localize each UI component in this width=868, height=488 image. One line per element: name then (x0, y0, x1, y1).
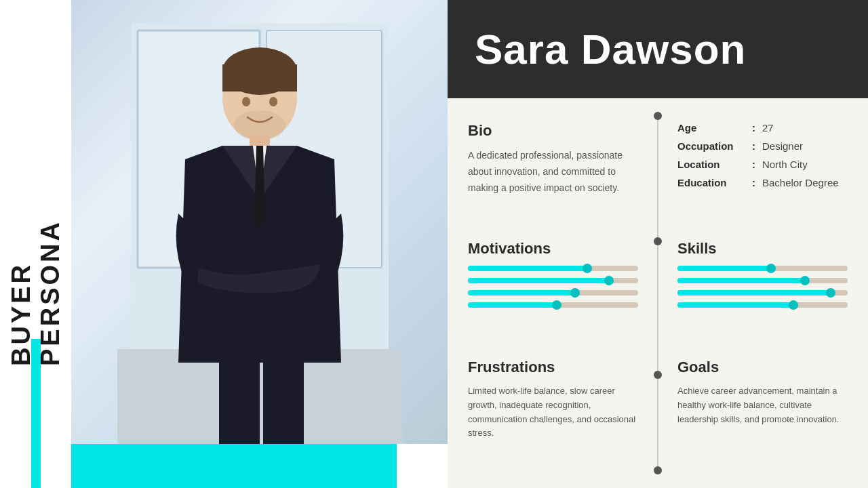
buyer-persona-label: BUYER PERSONA (7, 122, 65, 366)
age-label: Age (677, 122, 752, 134)
frustrations-title: Frustrations (468, 359, 638, 376)
divider-dot-mid2 (654, 371, 662, 379)
age-row: Age : 27 (677, 122, 848, 134)
svg-rect-15 (263, 363, 304, 444)
motivation-bar-2 (468, 290, 638, 296)
header: Sara Dawson (448, 0, 868, 98)
svg-point-10 (242, 97, 250, 106)
vertical-divider (652, 112, 664, 474)
goals-title: Goals (677, 359, 848, 376)
location-row: Location : North City (677, 159, 848, 170)
motivation-bar-0 (468, 266, 638, 271)
occupation-value: Designer (762, 140, 803, 152)
divider-dot-mid1 (654, 237, 662, 245)
bio-section: Bio A dedicated professional, passionate… (468, 112, 652, 230)
motivations-title: Motivations (468, 240, 638, 258)
divider-line (657, 112, 658, 474)
motivations-bars (468, 266, 638, 308)
svg-rect-9 (222, 64, 297, 92)
education-value: Bachelor Degree (762, 177, 839, 188)
motivations-section: Motivations (468, 230, 652, 348)
cyan-bar (31, 339, 41, 488)
occupation-row: Occupation : Designer (677, 140, 848, 152)
age-value: 27 (762, 122, 774, 134)
photo-section (71, 0, 448, 488)
skills-section: Skills (664, 230, 848, 348)
motivation-bar-3 (468, 302, 638, 308)
bio-text: A dedicated professional, passionate abo… (468, 148, 638, 196)
location-value: North City (762, 159, 808, 170)
photo-placeholder (71, 0, 448, 444)
personal-info-section: Age : 27 Occupation : Designer Location … (664, 112, 848, 230)
person-name: Sara Dawson (475, 25, 746, 73)
cyan-bottom-bar (71, 444, 397, 488)
right-section: Sara Dawson Bio A dedicated professional… (448, 0, 868, 488)
svg-rect-14 (219, 363, 260, 444)
skill-bar-2 (677, 290, 848, 296)
skills-title: Skills (677, 240, 848, 258)
goals-text: Achieve career advancement, maintain a h… (677, 384, 848, 426)
divider-dot-bottom (654, 466, 662, 474)
content-area: Bio A dedicated professional, passionate… (448, 98, 868, 488)
skills-bars (677, 266, 848, 308)
education-row: Education : Bachelor Degree (677, 177, 848, 188)
divider-dot-top (654, 112, 662, 120)
person-image (117, 10, 402, 444)
frustrations-section: Frustrations Limited work-life balance, … (468, 348, 652, 474)
skill-bar-1 (677, 278, 848, 283)
skill-bar-0 (677, 266, 848, 271)
skill-bar-3 (677, 302, 848, 308)
left-sidebar: BUYER PERSONA (0, 0, 71, 488)
bio-title: Bio (468, 122, 638, 140)
goals-section: Goals Achieve career advancement, mainta… (664, 348, 848, 474)
svg-point-11 (269, 97, 277, 106)
location-label: Location (677, 159, 752, 170)
occupation-label: Occupation (677, 140, 752, 152)
education-label: Education (677, 177, 752, 188)
motivation-bar-1 (468, 278, 638, 283)
frustrations-text: Limited work-life balance, slow career g… (468, 384, 638, 441)
